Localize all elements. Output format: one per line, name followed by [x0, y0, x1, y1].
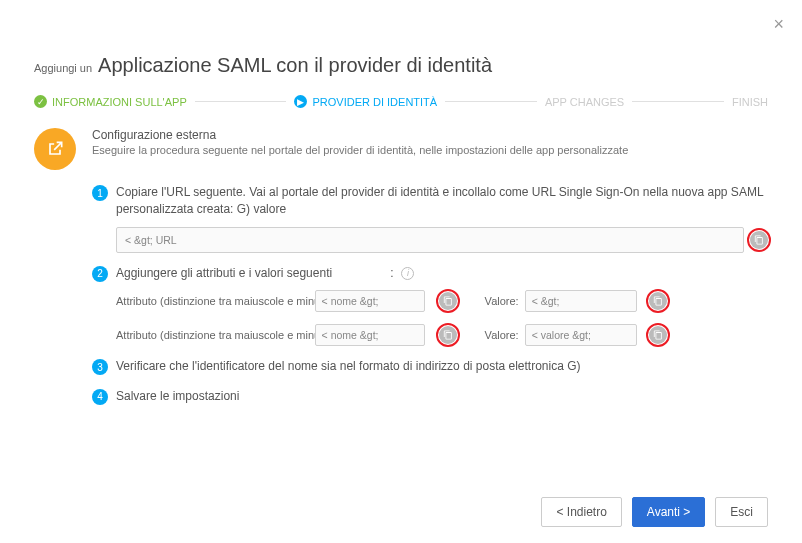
- attribute-row-2: Attributo (distinzione tra maiuscole e m…: [116, 324, 768, 346]
- step-number-icon: 1: [92, 185, 108, 201]
- step-1-text: Copiare l'URL seguente. Vai al portale d…: [116, 184, 768, 219]
- copy-value-button[interactable]: [649, 292, 667, 310]
- sso-url-field[interactable]: < &gt; URL: [116, 227, 744, 253]
- attribute-name-input-1[interactable]: [315, 290, 425, 312]
- step-finish: FINISH: [732, 96, 768, 108]
- attribute-value-input-2[interactable]: [525, 324, 637, 346]
- copy-url-button[interactable]: [750, 231, 768, 249]
- step-label: PROVIDER DI IDENTITÀ: [312, 96, 437, 108]
- header: Aggiungi un Applicazione SAML con il pro…: [0, 0, 802, 87]
- external-link-icon: [34, 128, 76, 170]
- config-step-2: 2 Aggiungere gli attributi e i valori se…: [92, 265, 768, 346]
- close-icon[interactable]: ×: [773, 14, 784, 35]
- step-4-text: Salvare le impostazioni: [116, 388, 239, 405]
- step-separator: [195, 101, 287, 102]
- external-config-desc: Eseguire la procedura seguente nel porta…: [92, 144, 628, 156]
- step-2-text: Aggiungere gli attributi e i valori segu…: [116, 265, 414, 282]
- copy-icon: [443, 296, 453, 306]
- external-config-title: Configurazione esterna: [92, 128, 628, 142]
- content: Configurazione esterna Eseguire la proce…: [0, 112, 802, 427]
- stepper: ✓ INFORMAZIONI SULL'APP ▶ PROVIDER DI ID…: [0, 87, 802, 112]
- step-number-icon: 3: [92, 359, 108, 375]
- config-step-3: 3 Verificare che l'identificatore del no…: [92, 358, 768, 375]
- colon-label: :: [390, 265, 393, 282]
- step-identity-provider: ▶ PROVIDER DI IDENTITÀ: [294, 95, 437, 108]
- copy-attribute-button[interactable]: [439, 326, 457, 344]
- step-number-icon: 2: [92, 266, 108, 282]
- footer: < Indietro Avanti > Esci: [541, 497, 768, 527]
- step-separator: [632, 101, 724, 102]
- next-button[interactable]: Avanti >: [632, 497, 705, 527]
- step-3-text: Verificare che l'identificatore del nome…: [116, 358, 581, 375]
- steps-area: 1 Copiare l'URL seguente. Vai al portale…: [92, 184, 768, 405]
- attribute-name-input-2[interactable]: [315, 324, 425, 346]
- copy-icon: [443, 330, 453, 340]
- value-label: Valore:: [485, 329, 519, 341]
- external-config-text: Configurazione esterna Eseguire la proce…: [92, 128, 628, 170]
- page-title: Applicazione SAML con il provider di ide…: [98, 54, 492, 77]
- copy-icon: [653, 330, 663, 340]
- header-prefix: Aggiungi un: [34, 62, 92, 74]
- copy-icon: [653, 296, 663, 306]
- copy-attribute-button[interactable]: [439, 292, 457, 310]
- config-step-4: 4 Salvare le impostazioni: [92, 388, 768, 405]
- step-label: INFORMAZIONI SULL'APP: [52, 96, 187, 108]
- value-label: Valore:: [485, 295, 519, 307]
- check-icon: ✓: [34, 95, 47, 108]
- copy-value-button[interactable]: [649, 326, 667, 344]
- dialog: × Aggiungi un Applicazione SAML con il p…: [0, 0, 802, 543]
- copy-icon: [754, 235, 764, 245]
- step-2-text-label: Aggiungere gli attributi e i valori segu…: [116, 265, 332, 282]
- step-label: APP CHANGES: [545, 96, 624, 108]
- attribute-value-input-1[interactable]: [525, 290, 637, 312]
- step-app-info: ✓ INFORMAZIONI SULL'APP: [34, 95, 187, 108]
- step-app-changes: APP CHANGES: [545, 96, 624, 108]
- step-label: FINISH: [732, 96, 768, 108]
- step-separator: [445, 101, 537, 102]
- config-step-1: 1 Copiare l'URL seguente. Vai al portale…: [92, 184, 768, 253]
- exit-button[interactable]: Esci: [715, 497, 768, 527]
- step-number-icon: 4: [92, 389, 108, 405]
- attribute-row-1: Attributo (distinzione tra maiuscole e m…: [116, 290, 768, 312]
- play-icon: ▶: [294, 95, 307, 108]
- info-icon[interactable]: i: [401, 267, 414, 280]
- back-button[interactable]: < Indietro: [541, 497, 621, 527]
- external-config-row: Configurazione esterna Eseguire la proce…: [34, 128, 768, 170]
